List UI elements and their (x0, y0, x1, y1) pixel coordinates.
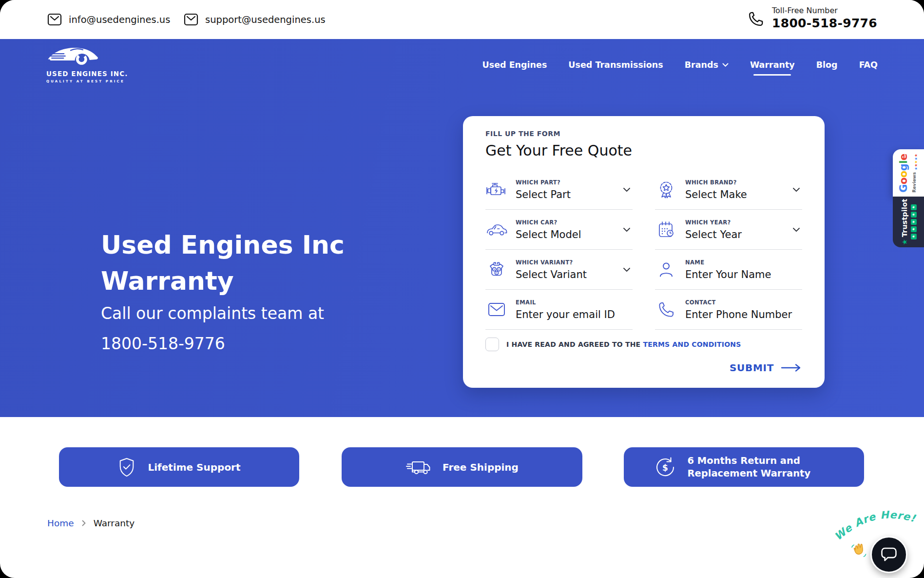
google-reviews-label: Reviews (912, 172, 917, 192)
field-label: WHICH PART? (516, 179, 571, 186)
main-nav: Used Engines Used Transmissions Brands W… (482, 39, 878, 91)
email-link-info[interactable]: info@usedengines.us (47, 0, 170, 39)
nav-brands[interactable]: Brands (685, 60, 729, 70)
field-label: NAME (685, 259, 771, 266)
chevron-down-icon (623, 267, 633, 272)
engine-icon (485, 180, 508, 199)
google-logo: Google (898, 154, 909, 193)
trustpilot-logo: Trustpilot (901, 199, 908, 237)
chat-bubble-icon (880, 547, 898, 562)
return-refund-icon: $ (654, 457, 676, 478)
chevron-down-icon (722, 63, 729, 67)
mail-icon (47, 13, 62, 26)
select-make-field[interactable]: WHICH BRAND? Select Make (655, 170, 802, 210)
phone-icon (748, 11, 764, 27)
feature-label: Lifetime Support (148, 461, 240, 473)
field-placeholder: Enter Your Name (685, 269, 771, 280)
form-fields-grid: WHICH PART? Select Part WHICH BRAND? Sel… (485, 170, 802, 330)
page-title: Used Engines Inc Warranty (101, 227, 345, 299)
mail-icon (485, 301, 508, 318)
trustpilot-badge[interactable]: ★ Trustpilot ★★★★★ (893, 197, 924, 247)
svg-text:We Are Here!: We Are Here! (832, 509, 917, 542)
chevron-down-icon (792, 227, 802, 232)
field-label: EMAIL (516, 299, 615, 306)
field-placeholder: Enter Phone Number (685, 309, 792, 320)
shield-check-icon (117, 457, 136, 478)
field-label: WHICH BRAND? (685, 179, 747, 186)
nav-faq[interactable]: FAQ (859, 60, 878, 70)
hero-subtitle: Call our complaints team at 1800-518-977… (101, 299, 324, 359)
email-text: info@usedengines.us (69, 14, 170, 25)
logo-car-icon (46, 45, 128, 69)
field-label: CONTACT (685, 299, 792, 306)
field-placeholder: Enter your email ID (516, 309, 615, 320)
email-input-field[interactable]: EMAIL Enter your email ID (485, 290, 633, 330)
mail-icon (184, 13, 198, 26)
form-eyebrow: FILL UP THE FORM (485, 130, 802, 138)
email-link-support[interactable]: support@usedengines.us (184, 0, 326, 39)
quote-form-card: FILL UP THE FORM Get Your Free Quote WHI… (463, 116, 825, 388)
terms-and-conditions-link[interactable]: TERMS AND CONDITIONS (643, 340, 741, 348)
submit-button[interactable]: SUBMIT (485, 362, 802, 374)
feature-free-shipping: Free Shipping (342, 447, 582, 487)
field-value: Select Model (516, 229, 581, 240)
tollfree-phone-link[interactable]: Toll-Free Number 1800-518-9776 (748, 6, 877, 30)
submit-label: SUBMIT (730, 362, 774, 374)
chevron-down-icon (623, 227, 633, 232)
contact-input-field[interactable]: CONTACT Enter Phone Number (655, 290, 802, 330)
top-bar: info@usedengines.us support@usedengines.… (0, 0, 924, 39)
name-input-field[interactable]: NAME Enter Your Name (655, 250, 802, 290)
tollfree-label: Toll-Free Number (772, 6, 877, 15)
breadcrumb-home-link[interactable]: Home (47, 518, 74, 528)
review-badges: Google Reviews ★★★★★ ★ Trustpilot ★★★★★ (893, 149, 924, 247)
trustpilot-star-icon: ★ (901, 239, 908, 245)
select-variant-field[interactable]: WHICH VARIANT? Select Variant (485, 250, 633, 290)
nav-warranty[interactable]: Warranty (750, 60, 795, 70)
form-title: Get Your Free Quote (485, 142, 802, 159)
select-part-field[interactable]: WHICH PART? Select Part (485, 170, 633, 210)
calendar-icon (655, 220, 677, 239)
arrow-right-icon (781, 363, 802, 372)
phone-icon (655, 301, 677, 319)
terms-row: I HAVE READ AND AGREED TO THE TERMS AND … (485, 338, 802, 351)
field-label: WHICH VARIANT? (516, 259, 587, 266)
field-label: WHICH YEAR? (685, 219, 742, 226)
svg-text:$: $ (662, 462, 668, 472)
badge-icon (655, 180, 677, 199)
breadcrumb-current: Warranty (94, 518, 135, 528)
logo-title: USED ENGINES INC. (46, 70, 128, 78)
trustpilot-stars: ★★★★★ (911, 204, 917, 239)
google-stars: ★★★★★ (910, 154, 919, 170)
feature-label: Free Shipping (443, 461, 519, 473)
breadcrumb: Home Warranty (47, 518, 135, 528)
logo[interactable]: USED ENGINES INC. QUALITY AT BEST PRICE (46, 45, 128, 83)
car-icon (485, 222, 508, 237)
terms-text: I HAVE READ AND AGREED TO THE TERMS AND … (506, 340, 741, 348)
nav-used-transmissions[interactable]: Used Transmissions (568, 60, 663, 70)
field-value: Select Part (516, 189, 571, 200)
field-value: Select Make (685, 189, 747, 200)
page: info@usedengines.us support@usedengines.… (0, 0, 924, 578)
variant-engine-icon (485, 260, 508, 279)
terms-checkbox[interactable] (485, 338, 499, 351)
field-label: WHICH CAR? (516, 219, 581, 226)
field-value: Select Variant (516, 269, 587, 280)
logo-tagline: QUALITY AT BEST PRICE (46, 80, 128, 83)
feature-lifetime-support: Lifetime Support (59, 447, 299, 487)
nav-used-engines[interactable]: Used Engines (482, 60, 547, 70)
select-model-field[interactable]: WHICH CAR? Select Model (485, 210, 633, 250)
select-year-field[interactable]: WHICH YEAR? Select Year (655, 210, 802, 250)
email-text: support@usedengines.us (205, 14, 326, 25)
chevron-right-icon (82, 520, 86, 526)
google-reviews-badge[interactable]: Google Reviews ★★★★★ (893, 149, 924, 197)
nav-blog[interactable]: Blog (816, 60, 838, 70)
field-value: Select Year (685, 229, 742, 240)
feature-label: 6 Months Return and Replacement Warranty (688, 455, 834, 480)
chevron-down-icon (792, 187, 802, 192)
person-icon (655, 260, 677, 279)
chat-launcher-button[interactable] (870, 536, 907, 573)
chevron-down-icon (623, 187, 633, 192)
tollfree-number: 1800-518-9776 (772, 16, 877, 30)
truck-icon (405, 458, 431, 476)
feature-return-warranty: $ 6 Months Return and Replacement Warran… (624, 447, 864, 487)
